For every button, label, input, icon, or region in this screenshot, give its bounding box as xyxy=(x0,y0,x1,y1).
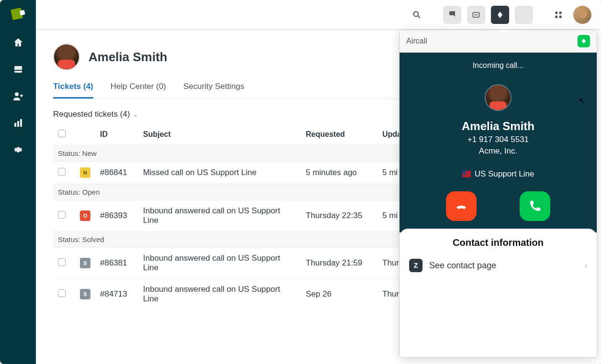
ticket-requested: Thursday 21:59 xyxy=(301,248,378,279)
status-badge: S xyxy=(80,289,90,299)
ticket-id: #84713 xyxy=(95,279,138,310)
toolbar-aircall-icon[interactable] xyxy=(491,6,509,24)
ticket-id: #86841 xyxy=(95,162,138,184)
svg-rect-3 xyxy=(14,123,16,127)
aircall-panel: Aircall Incoming call... Amelia Smith +1… xyxy=(399,30,597,358)
col-subject: Subject xyxy=(138,126,301,145)
caller-company: Acme, Inc. xyxy=(409,146,587,156)
row-checkbox[interactable] xyxy=(58,289,66,297)
support-line: US Support Line xyxy=(409,169,587,179)
topbar xyxy=(36,0,601,30)
sidebar xyxy=(0,0,36,364)
search-icon[interactable] xyxy=(408,6,426,24)
tab-tickets[interactable]: Tickets (4) xyxy=(53,82,93,99)
contact-info-title: Contact information xyxy=(409,237,587,248)
svg-point-6 xyxy=(413,11,418,16)
ticket-id: #86381 xyxy=(95,248,138,279)
svg-rect-0 xyxy=(14,66,22,73)
ticket-subject: Inbound answered call on US Support Line xyxy=(138,200,301,232)
row-checkbox[interactable] xyxy=(58,258,66,266)
caller-avatar xyxy=(485,84,512,111)
chevron-down-icon: ⌄ xyxy=(133,111,138,118)
apps-grid-icon[interactable] xyxy=(549,6,568,24)
toolbar-talk-icon[interactable] xyxy=(443,6,461,24)
status-badge: O xyxy=(80,210,90,221)
ticket-requested: Sep 26 xyxy=(301,279,378,310)
svg-rect-4 xyxy=(17,121,19,127)
reports-icon[interactable] xyxy=(12,117,24,129)
ticket-subject: Missed call on US Support Line xyxy=(138,162,301,184)
svg-rect-8 xyxy=(555,11,557,14)
inbox-icon[interactable] xyxy=(12,63,24,76)
settings-icon[interactable] xyxy=(12,143,24,156)
toolbar-app-icon[interactable] xyxy=(515,6,533,24)
contact-link-text: See contact page xyxy=(429,261,578,271)
section-title-text: Requested tickets (4) xyxy=(53,110,130,119)
toolbar-chat-icon[interactable] xyxy=(467,6,485,24)
user-avatar[interactable] xyxy=(573,6,591,24)
svg-rect-10 xyxy=(555,15,557,18)
select-all-checkbox[interactable] xyxy=(58,130,66,137)
svg-rect-9 xyxy=(559,11,562,14)
aircall-title: Aircall xyxy=(406,37,427,45)
status-badge: S xyxy=(80,258,90,268)
tab-help-center[interactable]: Help Center (0) xyxy=(111,82,166,99)
profile-name: Amelia Smith xyxy=(89,50,167,65)
aircall-logo-icon xyxy=(578,35,590,47)
us-flag-icon xyxy=(462,171,471,177)
zendesk-icon: Z xyxy=(409,259,423,272)
support-line-text: US Support Line xyxy=(475,169,534,179)
caller-name: Amelia Smith xyxy=(409,120,587,133)
svg-point-2 xyxy=(15,92,19,96)
users-icon[interactable] xyxy=(12,90,24,102)
col-id: ID xyxy=(95,126,138,145)
ticket-requested: Thursday 22:35 xyxy=(301,200,378,232)
reject-call-button[interactable] xyxy=(446,191,477,221)
see-contact-link[interactable]: Z See contact page › xyxy=(409,259,587,272)
home-icon[interactable] xyxy=(12,36,24,49)
svg-rect-11 xyxy=(559,15,562,18)
svg-rect-5 xyxy=(20,119,22,127)
ticket-id: #86393 xyxy=(95,200,138,232)
row-checkbox[interactable] xyxy=(58,211,66,219)
ticket-requested: 5 minutes ago xyxy=(301,162,378,184)
ticket-subject: Inbound answered call on US Support Line xyxy=(138,248,301,279)
svg-rect-1 xyxy=(14,70,22,71)
row-checkbox[interactable] xyxy=(58,168,66,176)
call-status: Incoming call... xyxy=(409,61,587,70)
zendesk-logo xyxy=(11,9,25,22)
chevron-right-icon: › xyxy=(585,261,587,270)
accept-call-button[interactable] xyxy=(520,191,550,221)
ticket-subject: Inbound answered call on US Support Line xyxy=(138,279,301,310)
profile-avatar xyxy=(53,44,80,70)
tab-security[interactable]: Security Settings xyxy=(183,82,245,99)
status-badge: N xyxy=(80,167,90,178)
col-requested: Requested xyxy=(301,126,378,145)
caller-phone: +1 917 304 5531 xyxy=(409,135,587,144)
